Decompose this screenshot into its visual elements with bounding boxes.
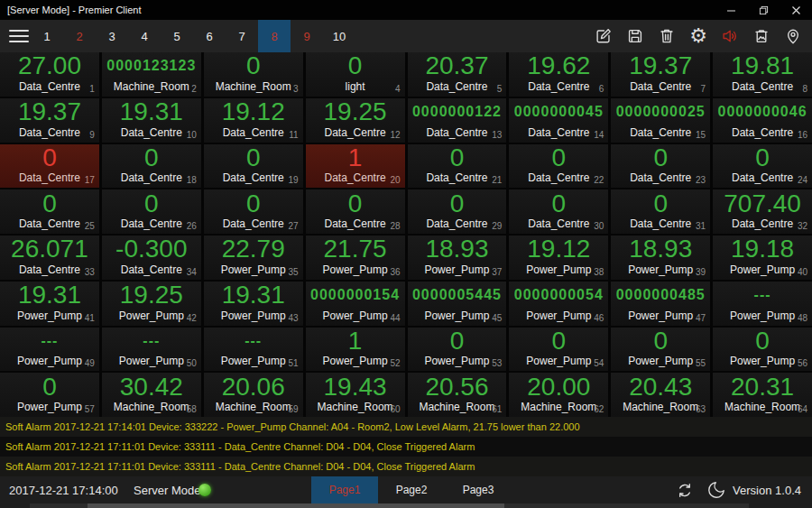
channel-cell[interactable]: 22.79 Power_Pump 35 xyxy=(204,236,303,280)
page-tab[interactable]: Page2 xyxy=(378,476,445,503)
channel-cell[interactable]: 0 Data_Centre 28 xyxy=(306,189,405,234)
channel-cell[interactable]: 27.00 Data_Centre 1 xyxy=(0,52,99,97)
channel-cell[interactable]: -0.300 Data_Centre 34 xyxy=(102,236,201,280)
channel-cell[interactable]: 19.25 Power_Pump 42 xyxy=(102,282,201,326)
channel-cell[interactable]: 0 Data_Centre 21 xyxy=(408,144,507,189)
horizontal-scrollbar[interactable] xyxy=(30,503,749,508)
channel-cell[interactable]: 0 Data_Centre 18 xyxy=(102,144,201,189)
restore-button[interactable] xyxy=(747,0,780,20)
channel-cell[interactable]: 20.37 Data_Centre 5 xyxy=(408,52,507,97)
channel-cell[interactable]: 0 Power_Pump 53 xyxy=(408,328,507,372)
channel-cell[interactable]: 0000123123 Machine_Room 2 xyxy=(102,52,201,97)
channel-cell[interactable]: 19.37 Data_Centre 7 xyxy=(611,52,710,97)
channel-cell-footer: Data_Centre 12 xyxy=(306,126,405,143)
alarm-message[interactable]: Soft Alarm 2017-12-21 17:14:01 Device: 3… xyxy=(0,417,812,437)
channel-cell[interactable]: 19.31 Power_Pump 41 xyxy=(0,282,99,326)
alarm-message[interactable]: Soft Alarm 2017-12-21 17:11:01 Device: 3… xyxy=(0,457,812,476)
page-number-tab[interactable]: 4 xyxy=(128,20,161,52)
settings-gear-icon[interactable]: ⚙ xyxy=(688,26,708,46)
edit-icon[interactable] xyxy=(594,26,614,46)
channel-cell[interactable]: 0 Power_Pump 57 xyxy=(0,373,99,417)
channel-cell[interactable]: --- Power_Pump 49 xyxy=(0,328,99,372)
channel-cell[interactable]: 19.12 Data_Centre 11 xyxy=(204,98,303,143)
channel-cell[interactable]: 1 Data_Centre 20 xyxy=(306,144,405,189)
channel-cell[interactable]: 0000000025 Data_Centre 15 xyxy=(611,98,710,143)
channel-cell[interactable]: 0 Data_Centre 29 xyxy=(408,189,507,234)
channel-cell[interactable]: 0 Data_Centre 24 xyxy=(713,144,812,189)
channel-cell[interactable]: 0000000045 Data_Centre 14 xyxy=(509,98,608,143)
delete-icon[interactable] xyxy=(657,26,677,46)
channel-index: 30 xyxy=(594,221,604,231)
channel-value: 0 xyxy=(204,52,303,80)
channel-cell[interactable]: 20.31 Machine_Room 64 xyxy=(713,373,812,417)
channel-cell-footer: Machine_Room 60 xyxy=(306,401,405,417)
page-tab[interactable]: Page3 xyxy=(445,476,512,503)
channel-cell[interactable]: 0 Data_Centre 22 xyxy=(509,144,608,189)
page-number-tab[interactable]: 1 xyxy=(31,20,63,52)
channel-cell[interactable]: 19.81 Data_Centre 8 xyxy=(713,52,812,97)
channel-cell[interactable]: 19.18 Power_Pump 40 xyxy=(713,236,812,280)
page-number-tab[interactable]: 10 xyxy=(323,20,355,52)
scrollbar-thumb[interactable] xyxy=(88,503,504,508)
hamburger-menu-icon[interactable] xyxy=(9,26,29,46)
channel-cell[interactable]: 0 Data_Centre 27 xyxy=(204,189,303,234)
page-number-tab[interactable]: 7 xyxy=(226,20,258,52)
channel-cell[interactable]: 0 Data_Centre 17 xyxy=(0,144,99,189)
channel-cell[interactable]: 0 Data_Centre 26 xyxy=(102,189,201,234)
channel-cell[interactable]: 0 Power_Pump 55 xyxy=(611,328,710,372)
channel-cell[interactable]: 21.75 Power_Pump 36 xyxy=(306,236,405,280)
channel-cell[interactable]: 0000000485 Power_Pump 47 xyxy=(611,282,710,326)
channel-cell[interactable]: 18.93 Power_Pump 39 xyxy=(611,236,710,280)
alarm-message[interactable]: Soft Alarm 2017-12-21 17:11:01 Device: 3… xyxy=(0,437,812,457)
channel-cell[interactable]: 19.31 Data_Centre 10 xyxy=(102,98,201,143)
page-number-tab[interactable]: 2 xyxy=(63,20,96,52)
channel-cell[interactable]: 0000005445 Power_Pump 45 xyxy=(408,282,507,326)
night-mode-moon-icon[interactable] xyxy=(706,480,726,500)
channel-cell[interactable]: 0 Data_Centre 31 xyxy=(611,189,710,234)
channel-cell[interactable]: 1 Power_Pump 52 xyxy=(306,328,405,372)
close-button[interactable] xyxy=(780,0,812,20)
save-icon[interactable] xyxy=(625,26,645,46)
channel-cell[interactable]: 0000000046 Data_Centre 16 xyxy=(713,98,812,143)
channel-cell[interactable]: 0000000054 Power_Pump 46 xyxy=(509,282,608,326)
channel-cell[interactable]: 19.12 Power_Pump 38 xyxy=(509,236,608,280)
minimize-button[interactable] xyxy=(715,0,747,20)
channel-cell[interactable]: 0 Data_Centre 23 xyxy=(611,144,710,189)
channel-cell[interactable]: 19.43 Machine_Room 60 xyxy=(306,373,405,417)
sound-on-icon[interactable] xyxy=(720,26,740,46)
channel-cell[interactable]: 19.31 Power_Pump 43 xyxy=(204,282,303,326)
channel-cell[interactable]: 0000000154 Power_Pump 44 xyxy=(306,282,405,326)
page-tab[interactable]: Page1 xyxy=(311,476,378,503)
channel-cell[interactable]: 707.40 Data_Centre 32 xyxy=(713,189,812,234)
channel-cell[interactable]: --- Power_Pump 51 xyxy=(204,328,303,372)
channel-cell[interactable]: 19.62 Data_Centre 6 xyxy=(509,52,608,97)
snapshot-bin-icon[interactable] xyxy=(752,26,771,46)
channel-cell[interactable]: --- Power_Pump 50 xyxy=(102,328,201,372)
channel-cell[interactable]: 30.42 Machine_Room 58 xyxy=(102,373,201,417)
page-number-tab[interactable]: 3 xyxy=(96,20,128,52)
channel-cell[interactable]: --- Power_Pump 48 xyxy=(713,282,812,326)
channel-cell[interactable]: 20.56 Machine_Room 61 xyxy=(408,373,507,417)
channel-cell[interactable]: 26.071 Data_Centre 33 xyxy=(0,236,99,280)
channel-index: 32 xyxy=(798,221,807,231)
channel-cell[interactable]: 0 Power_Pump 56 xyxy=(713,328,812,372)
channel-cell[interactable]: 0000000122 Data_Centre 13 xyxy=(408,98,507,143)
page-number-tab[interactable]: 6 xyxy=(193,20,226,52)
page-number-tab[interactable]: 8 xyxy=(258,20,291,52)
channel-cell[interactable]: 19.25 Data_Centre 12 xyxy=(306,98,405,143)
channel-cell[interactable]: 20.00 Machine_Room 62 xyxy=(509,373,608,417)
channel-cell[interactable]: 0 Data_Centre 19 xyxy=(204,144,303,189)
channel-cell[interactable]: 0 Data_Centre 30 xyxy=(509,189,608,234)
channel-cell[interactable]: 20.43 Machine_Room 63 xyxy=(611,373,710,417)
location-pin-icon[interactable] xyxy=(783,26,803,46)
channel-cell[interactable]: 18.93 Power_Pump 37 xyxy=(408,236,507,280)
page-number-tab[interactable]: 9 xyxy=(291,20,323,52)
channel-cell[interactable]: 0 light 4 xyxy=(306,52,405,97)
channel-cell[interactable]: 0 Machine_Room 3 xyxy=(204,52,303,97)
sync-icon[interactable] xyxy=(675,480,695,500)
channel-cell[interactable]: 19.37 Data_Centre 9 xyxy=(0,98,99,143)
channel-cell[interactable]: 20.06 Machine_Room 59 xyxy=(204,373,303,417)
page-number-tab[interactable]: 5 xyxy=(161,20,193,52)
channel-cell[interactable]: 0 Data_Centre 25 xyxy=(0,189,99,234)
channel-cell[interactable]: 0 Power_Pump 54 xyxy=(509,328,608,372)
